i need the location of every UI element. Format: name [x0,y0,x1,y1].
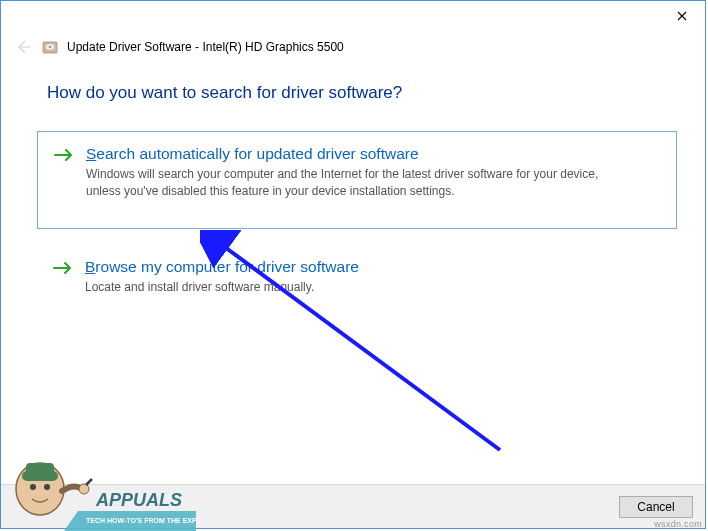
option-auto-title: Search automatically for updated driver … [86,144,660,164]
back-arrow-icon [15,39,31,55]
svg-point-2 [49,46,51,48]
close-icon [677,11,687,21]
option-text: Search automatically for updated driver … [86,144,660,200]
disk-icon [41,38,59,56]
update-driver-dialog: Update Driver Software - Intel(R) HD Gra… [0,0,706,529]
option-auto-description: Windows will search your computer and th… [86,166,660,200]
dialog-footer: Cancel [1,484,705,528]
option-search-automatically[interactable]: Search automatically for updated driver … [37,131,677,229]
option-browse-computer[interactable]: Browse my computer for driver software L… [37,245,677,312]
arrow-right-icon [53,261,73,279]
option-browse-title: Browse my computer for driver software [85,257,661,277]
content-area: How do you want to search for driver sof… [1,65,705,312]
titlebar [1,1,705,31]
arrow-right-icon [54,148,74,166]
cancel-button[interactable]: Cancel [619,496,693,518]
header-row: Update Driver Software - Intel(R) HD Gra… [1,31,705,65]
dialog-title: Update Driver Software - Intel(R) HD Gra… [67,40,344,54]
option-text: Browse my computer for driver software L… [85,257,661,296]
back-button [13,37,33,57]
option-browse-description: Locate and install driver software manua… [85,279,661,296]
question-heading: How do you want to search for driver sof… [47,83,677,103]
close-button[interactable] [659,1,705,31]
url-watermark: wsxdn.com [654,519,702,529]
